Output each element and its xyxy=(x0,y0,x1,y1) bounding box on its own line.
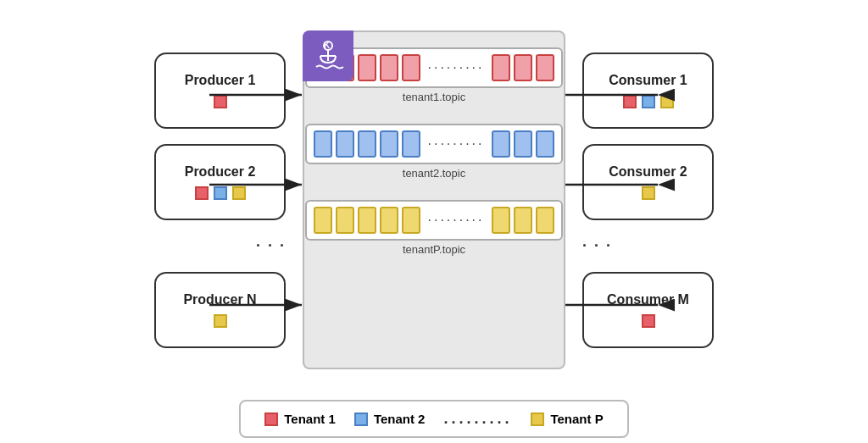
topic-p-part-8 xyxy=(536,207,554,234)
topic-p-part-4 xyxy=(380,207,398,234)
topic-p-row: ········· tenantP.topic xyxy=(305,200,562,256)
topic-2-part-4 xyxy=(380,130,398,158)
topic-2-part-5 xyxy=(402,130,420,158)
legend-tenantp-label: Tenant P xyxy=(550,412,603,426)
topic-1-part-8 xyxy=(536,54,554,81)
svg-text:K: K xyxy=(324,41,331,50)
topic-1-part-3 xyxy=(358,54,376,81)
legend-tenant1-label: Tenant 1 xyxy=(284,412,336,426)
topic-p-part-5 xyxy=(402,207,420,234)
producer-1-label: Producer 1 xyxy=(185,73,256,88)
consumer-1-yellow-icon xyxy=(660,95,674,108)
producer-2-box: Producer 2 xyxy=(154,144,286,220)
consumer-1-label: Consumer 1 xyxy=(609,73,687,88)
topic-2-part-6 xyxy=(492,130,510,158)
producer-1-icons xyxy=(214,95,227,108)
topic-1-part-7 xyxy=(514,54,532,81)
topic-2-dots: ········· xyxy=(427,136,484,152)
kafka-logo: K xyxy=(303,30,353,81)
producer-2-icons xyxy=(195,186,246,200)
topic-p-dots: ········· xyxy=(427,213,484,228)
topic-2-label: tenant2.topic xyxy=(403,167,465,180)
producer-1-box: Producer 1 xyxy=(154,53,286,129)
producer-2-label: Producer 2 xyxy=(185,164,256,180)
consumer-1-blue-icon xyxy=(642,95,655,108)
legend-dots-text: ......... xyxy=(443,410,512,428)
producer-n-icons xyxy=(214,314,227,328)
consumers-separator: · · · xyxy=(582,237,612,255)
topic-p-part-6 xyxy=(492,207,510,234)
legend-tenant2-label: Tenant 2 xyxy=(374,412,426,426)
producer-2-red-icon xyxy=(195,186,209,200)
producer-2-blue-icon xyxy=(214,186,227,200)
legend-tenant2: Tenant 2 xyxy=(354,412,426,426)
topic-1-label: tenant1.topic xyxy=(403,91,465,103)
consumer-m-icons xyxy=(642,314,655,328)
legend-tenant2-icon xyxy=(354,413,368,426)
producers-separator: · · · xyxy=(256,237,286,255)
consumer-1-red-icon xyxy=(623,95,637,108)
topic-2-part-3 xyxy=(358,130,376,158)
topic-2-part-7 xyxy=(514,130,532,158)
legend-tenant1: Tenant 1 xyxy=(264,412,336,426)
consumer-1-box: Consumer 1 xyxy=(582,53,714,129)
topic-p-part-1 xyxy=(314,207,332,234)
consumer-1-icons xyxy=(623,95,674,108)
topic-p-part-7 xyxy=(514,207,532,234)
topic-2-part-1 xyxy=(314,130,332,158)
legend-tenantp: Tenant P xyxy=(531,412,603,426)
topic-p-label: tenantP.topic xyxy=(403,243,465,256)
topic-2-part-2 xyxy=(336,130,354,158)
diagram-container: Producer 1 Producer 2 · · · Producer N xyxy=(0,0,868,443)
producers-column: Producer 1 Producer 2 · · · Producer N xyxy=(154,53,286,348)
topic-1-dots: ········· xyxy=(427,60,484,75)
legend-tenantp-icon xyxy=(531,413,544,426)
consumers-column: Consumer 1 Consumer 2 · · · Consumer M xyxy=(582,53,714,348)
consumer-2-label: Consumer 2 xyxy=(609,164,687,180)
producer-n-box: Producer N xyxy=(154,272,286,348)
topic-2-row: ········· tenant2.topic xyxy=(305,124,562,180)
topic-2-partitions: ········· xyxy=(305,124,562,164)
main-area: Producer 1 Producer 2 · · · Producer N xyxy=(0,5,868,395)
producer-n-label: Producer N xyxy=(183,292,256,307)
consumer-2-icons xyxy=(642,186,655,200)
consumer-m-label: Consumer M xyxy=(607,292,689,307)
topic-2-part-8 xyxy=(536,130,554,158)
consumer-2-yellow-icon xyxy=(642,186,655,200)
consumer-m-box: Consumer M xyxy=(582,272,714,348)
topic-p-part-2 xyxy=(336,207,354,234)
legend-dots: ......... xyxy=(443,410,512,428)
topic-p-partitions: ········· xyxy=(305,200,562,241)
topic-1-part-4 xyxy=(380,54,398,81)
topic-1-part-6 xyxy=(492,54,510,81)
producer-1-red-icon xyxy=(214,95,227,108)
legend: Tenant 1 Tenant 2 ......... Tenant P xyxy=(239,400,628,438)
legend-tenant1-icon xyxy=(264,413,278,426)
topic-1-part-5 xyxy=(402,54,420,81)
kafka-broker-box: K ········· tenant1.topic xyxy=(303,30,565,369)
topic-p-part-3 xyxy=(358,207,376,234)
consumer-m-red-icon xyxy=(642,314,655,328)
producer-n-yellow-icon xyxy=(214,314,227,328)
producer-2-yellow-icon xyxy=(232,186,246,200)
kafka-logo-svg: K xyxy=(309,37,347,75)
consumer-2-box: Consumer 2 xyxy=(582,144,714,220)
